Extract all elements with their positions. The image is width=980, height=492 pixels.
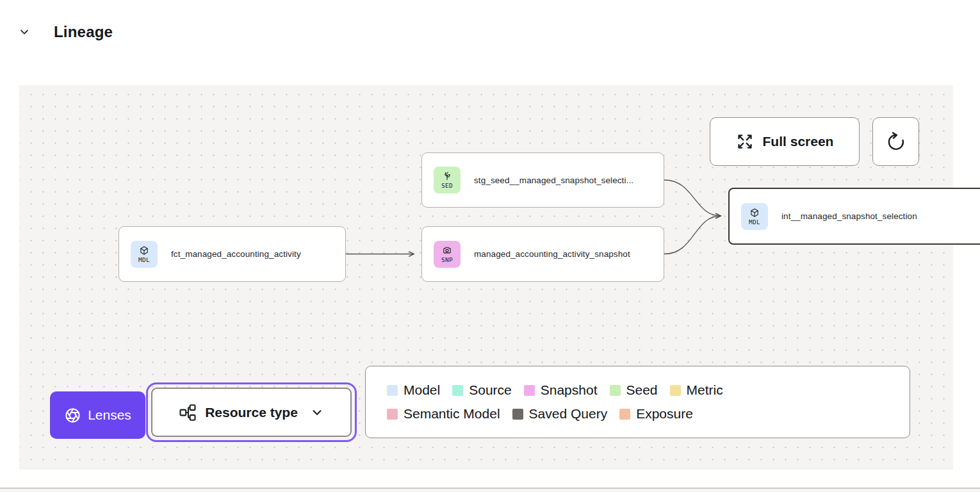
page-title: Lineage xyxy=(54,23,113,41)
resource-type-focus-ring: Resource type xyxy=(146,382,357,442)
chevron-down-icon xyxy=(310,406,324,420)
lenses-label: Lenses xyxy=(88,407,131,423)
legend-item-source: Source xyxy=(452,382,512,398)
edge-seed-to-int xyxy=(664,180,721,216)
node-int-managed-snapshot-selection[interactable]: MDL int__managed_snapshot_selection xyxy=(728,188,980,245)
source-swatch xyxy=(452,385,463,396)
exposure-swatch xyxy=(619,409,630,420)
node-label: stg_seed__managed_snapshot_selecti... xyxy=(474,176,633,185)
legend-item-semantic-model: Semantic Model xyxy=(387,406,500,422)
lineage-page: Lineage SED stg_seed__managed_snapshot_s… xyxy=(0,0,980,492)
snapshot-badge: SNP xyxy=(434,241,461,268)
node-label: fct_managed_accounting_activity xyxy=(171,249,301,259)
model-badge: MDL xyxy=(131,241,158,268)
full-screen-button[interactable]: Full screen xyxy=(710,117,860,166)
model-icon xyxy=(749,208,760,218)
node-stg-seed-managed-snapshot-selection[interactable]: SED stg_seed__managed_snapshot_selecti..… xyxy=(421,152,664,208)
semantic-model-swatch xyxy=(387,409,398,420)
seed-icon xyxy=(442,171,452,181)
model-icon xyxy=(139,245,149,256)
resource-type-label: Resource type xyxy=(205,405,298,420)
model-swatch xyxy=(387,385,398,396)
collapse-chevron-icon[interactable] xyxy=(18,26,31,38)
legend-item-metric: Metric xyxy=(670,382,723,398)
legend-item-snapshot: Snapshot xyxy=(524,382,598,398)
topology-icon xyxy=(179,404,197,422)
legend-item-model: Model xyxy=(387,382,440,398)
legend-item-exposure: Exposure xyxy=(619,406,693,422)
bottom-fill xyxy=(0,489,980,492)
aperture-icon xyxy=(64,407,81,424)
legend-item-seed: Seed xyxy=(610,382,658,398)
metric-swatch xyxy=(670,385,681,396)
resource-type-legend: Model Source Snapshot Seed Metric Semant… xyxy=(365,366,910,438)
node-managed-accounting-activity-snapshot[interactable]: SNP managed_accounting_activity_snapshot xyxy=(421,226,664,282)
snapshot-icon xyxy=(442,245,452,256)
seed-swatch xyxy=(610,385,621,396)
legend-row-1: Model Source Snapshot Seed Metric xyxy=(387,382,888,398)
lenses-button[interactable]: Lenses xyxy=(50,391,145,439)
edge-snapshot-to-int xyxy=(664,216,721,254)
node-label: managed_accounting_activity_snapshot xyxy=(474,249,630,259)
node-fct-managed-accounting-activity[interactable]: MDL fct_managed_accounting_activity xyxy=(118,226,346,282)
legend-item-saved-query: Saved Query xyxy=(512,406,608,422)
node-label: int__managed_snapshot_selection xyxy=(781,211,917,221)
saved-query-swatch xyxy=(512,409,523,420)
seed-badge: SED xyxy=(434,167,461,193)
legend-row-2: Semantic Model Saved Query Exposure xyxy=(387,406,888,422)
full-screen-label: Full screen xyxy=(763,134,834,149)
resource-type-dropdown[interactable]: Resource type xyxy=(151,388,352,437)
snapshot-swatch xyxy=(524,385,535,396)
refresh-icon xyxy=(886,131,906,152)
model-badge: MDL xyxy=(741,203,768,230)
lineage-canvas[interactable]: SED stg_seed__managed_snapshot_selecti..… xyxy=(19,85,953,470)
expand-icon xyxy=(736,133,754,151)
refresh-button[interactable] xyxy=(872,117,919,166)
